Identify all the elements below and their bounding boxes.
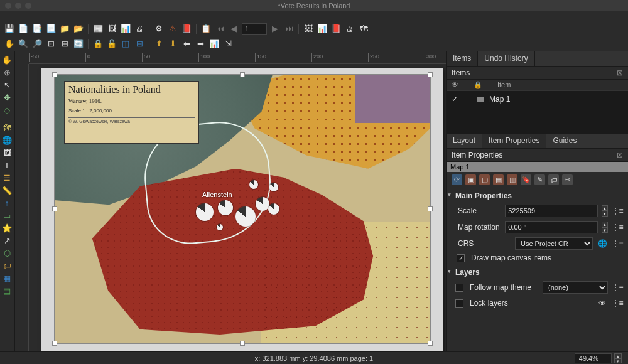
add-arrow-button[interactable]: ↗ xyxy=(1,235,13,246)
add-image-button[interactable]: 🖼 xyxy=(1,147,13,158)
view-scale-button[interactable]: ▥ xyxy=(507,174,517,185)
close-panel-icon[interactable]: ⊠ xyxy=(617,151,623,159)
print-button[interactable]: 🖨 xyxy=(134,23,145,35)
add-marker-button[interactable]: ⭐ xyxy=(1,222,13,233)
last-feature-button[interactable]: ⏭ xyxy=(283,23,295,35)
refresh-button[interactable]: 🔄 xyxy=(73,38,84,50)
resize-handle[interactable] xyxy=(240,72,245,77)
atlas-toggle-button[interactable]: 📋 xyxy=(200,23,212,35)
duplicate-button[interactable]: 📑 xyxy=(31,23,43,35)
pan-button[interactable]: ✋ xyxy=(4,38,15,50)
data-override-icon[interactable]: ⋮≡ xyxy=(612,222,623,233)
export-image-button[interactable]: 🖼 xyxy=(106,23,117,35)
add-scalebar-button[interactable]: 📏 xyxy=(1,185,13,196)
close-icon[interactable] xyxy=(5,3,11,9)
export-atlas-image-button[interactable]: 🖼 xyxy=(303,23,314,35)
page-number-input[interactable] xyxy=(242,23,267,35)
window-controls[interactable] xyxy=(5,3,31,9)
export-svg-button[interactable]: 📊 xyxy=(120,23,131,35)
crs-picker-icon[interactable]: 🌐 xyxy=(597,238,608,249)
follow-theme-select[interactable]: (none) xyxy=(543,281,608,294)
atlas-preview-button[interactable]: ⚠ xyxy=(167,23,178,35)
new-layout-button[interactable]: 📄 xyxy=(18,23,29,35)
resize-handle[interactable] xyxy=(240,341,245,346)
copy-layers-icon[interactable]: 👁 xyxy=(597,297,608,309)
data-override-icon[interactable]: ⋮≡ xyxy=(612,205,623,217)
add-north-arrow-button[interactable]: ↑ xyxy=(1,197,13,208)
lock-button[interactable]: 🔒 xyxy=(92,38,104,50)
align-right-button[interactable]: ➡ xyxy=(195,38,206,50)
pan-tool[interactable]: ✋ xyxy=(1,54,13,65)
first-feature-button[interactable]: ⏮ xyxy=(214,23,225,35)
labeling-button[interactable]: 🏷 xyxy=(548,174,559,185)
resize-handle[interactable] xyxy=(52,72,57,77)
col-visible-icon[interactable]: 👁 xyxy=(452,81,458,89)
zoom-out-button[interactable]: 🔎 xyxy=(31,38,43,50)
maximize-icon[interactable] xyxy=(25,3,31,9)
data-override-icon[interactable]: ⋮≡ xyxy=(612,297,623,309)
select-tool[interactable]: ↖ xyxy=(1,79,13,90)
delete-button[interactable]: 📃 xyxy=(45,23,57,35)
atlas-config-button[interactable]: 🗺 xyxy=(358,23,369,35)
edit-nodes-tool[interactable]: ◇ xyxy=(1,104,13,115)
prev-feature-button[interactable]: ◀ xyxy=(228,23,239,35)
tab-item-properties[interactable]: Item Properties xyxy=(482,134,546,148)
add-table-button[interactable]: ▦ xyxy=(1,272,13,284)
add-legend-button[interactable]: ☰ xyxy=(1,172,13,183)
rotation-input[interactable] xyxy=(505,221,598,233)
menu-bar[interactable] xyxy=(0,11,628,21)
interactive-edit-button[interactable]: ✎ xyxy=(534,174,545,185)
tab-undo-history[interactable]: Undo History xyxy=(478,51,534,66)
follow-theme-checkbox[interactable] xyxy=(455,284,463,292)
atlas-print-button[interactable]: 🖨 xyxy=(344,23,355,35)
clip-button[interactable]: ✂ xyxy=(562,174,573,185)
export-atlas-pdf-button[interactable]: 📕 xyxy=(330,23,342,35)
add-3d-map-button[interactable]: 🌐 xyxy=(1,134,13,146)
resize-button[interactable]: ⇲ xyxy=(222,38,234,50)
resize-handle[interactable] xyxy=(52,206,57,211)
visible-check[interactable]: ✓ xyxy=(452,95,459,104)
resize-handle[interactable] xyxy=(428,206,433,211)
unlock-button[interactable]: 🔓 xyxy=(106,38,117,50)
zoom-up[interactable]: ▴ xyxy=(614,353,622,358)
tab-items[interactable]: Items xyxy=(447,51,478,66)
draw-canvas-checkbox[interactable]: ✓ xyxy=(457,254,465,262)
spin-up[interactable]: ▴ xyxy=(602,205,608,211)
add-map-button[interactable]: 🗺 xyxy=(1,122,13,133)
minimize-icon[interactable] xyxy=(15,3,21,9)
spin-up[interactable]: ▴ xyxy=(602,222,608,227)
spin-down[interactable]: ▾ xyxy=(602,211,608,217)
lock-layers-checkbox[interactable] xyxy=(455,299,463,308)
resize-handle[interactable] xyxy=(428,72,433,77)
section-layers[interactable]: Layers xyxy=(447,264,628,279)
item-row-map1[interactable]: ✓ Map 1 xyxy=(449,94,625,105)
data-override-icon[interactable]: ⋮≡ xyxy=(612,238,623,249)
add-html-button[interactable]: 🏷 xyxy=(1,260,13,271)
lower-button[interactable]: ⬇ xyxy=(167,38,178,50)
layout-page[interactable]: Nationalities in Poland Warsaw, 1916. Sc… xyxy=(41,68,443,351)
scale-input[interactable] xyxy=(505,205,598,217)
ungroup-button[interactable]: ⊟ xyxy=(134,38,145,50)
zoom-full-button[interactable]: ⊡ xyxy=(45,38,57,50)
zoom-100-button[interactable]: ⊞ xyxy=(59,38,70,50)
crs-select[interactable]: Use Project CR xyxy=(515,237,593,250)
add-fixed-table-button[interactable]: ▤ xyxy=(1,285,13,296)
resize-handle[interactable] xyxy=(52,341,57,346)
close-panel-icon[interactable]: ⊠ xyxy=(617,68,623,77)
set-extent-button[interactable]: ▣ xyxy=(465,174,476,185)
add-node-item-button[interactable]: ⬡ xyxy=(1,247,13,259)
spin-down[interactable]: ▾ xyxy=(602,227,608,233)
group-button[interactable]: ◫ xyxy=(120,38,131,50)
export-pdf-button[interactable]: 📕 xyxy=(181,23,192,35)
section-main-properties[interactable]: Main Properties xyxy=(447,188,628,203)
move-content-tool[interactable]: ✥ xyxy=(1,92,13,103)
zoom-in-button[interactable]: 🔍 xyxy=(18,38,29,50)
align-left-button[interactable]: ⬅ xyxy=(181,38,192,50)
layout-canvas[interactable]: -50 0 50 100 150 200 250 300 xyxy=(15,51,446,351)
zoom-tool[interactable]: ⊕ xyxy=(1,67,13,78)
bookmarks-button[interactable]: 🔖 xyxy=(521,174,531,185)
resize-handle[interactable] xyxy=(428,341,433,346)
save-button[interactable]: 💾 xyxy=(4,23,15,35)
tab-layout[interactable]: Layout xyxy=(447,134,482,148)
set-scale-button[interactable]: ▤ xyxy=(493,174,504,185)
